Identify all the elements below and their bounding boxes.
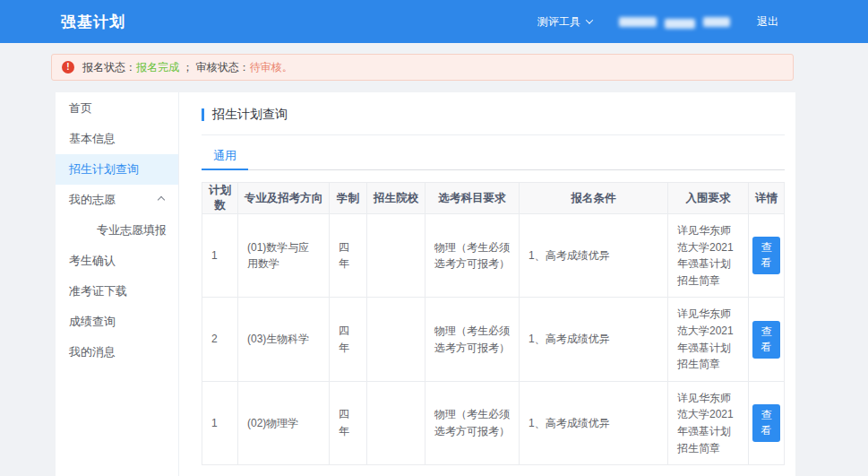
user-name-redacted [619,17,730,27]
cell-duration: 四年 [330,381,367,464]
table-row: 1(01)数学与应用数学四年物理（考生必须选考方可报考）1、高考成绩优异详见华东… [202,214,785,298]
sidebar-item-7[interactable]: 准考证下载 [56,276,178,307]
redacted-block [703,17,730,27]
cell-major: (03)生物科学 [238,298,330,381]
tab-bar: 通用 [202,141,785,170]
sidebar-item-label: 考生确认 [69,253,116,269]
page-title-row: 招生计划查询 [202,107,785,135]
sidebar-menu: 首页基本信息招生计划查询我的志愿专业志愿填报考生确认准考证下载成绩查询我的消息 [56,92,179,476]
signup-status-value: 报名完成 [136,61,179,74]
cell-duration: 四年 [330,214,367,298]
alert-text: 报名状态：报名完成 ； 审核状态：待审核。 [82,60,293,75]
cell-college [367,214,425,298]
cell-shortlist_req: 详见华东师范大学2021年强基计划招生简章 [668,381,749,464]
plan-table: 计划数专业及招考方向学制招生院校选考科目要求报名条件入围要求详情 1(01)数学… [202,182,785,465]
exclamation-circle-icon: ! [62,61,74,74]
sidebar-item-label: 我的志愿 [69,192,116,208]
sidebar-item-9[interactable]: 我的消息 [56,337,178,368]
sidebar-item-8[interactable]: 成绩查询 [56,307,178,337]
column-header: 详情 [749,183,785,214]
sidebar-item-6[interactable]: 考生确认 [56,246,178,276]
view-detail-button[interactable]: 查看 [752,321,780,359]
view-detail-button[interactable]: 查看 [752,237,780,274]
table-row: 1(02)物理学四年物理（考生必须选考方可报考）1、高考成绩优异详见华东师范大学… [202,381,785,464]
topbar-right: 测评工具 退出 [537,14,778,30]
sidebar-item-label: 首页 [69,100,92,117]
content-card: 首页基本信息招生计划查询我的志愿专业志愿填报考生确认准考证下载成绩查询我的消息 … [56,92,795,476]
cell-college [367,381,425,464]
column-header: 入围要求 [668,183,749,214]
cell-major: (01)数学与应用数学 [238,214,330,298]
sidebar-item-3[interactable]: 招生计划查询 [56,154,178,185]
table-body: 1(01)数学与应用数学四年物理（考生必须选考方可报考）1、高考成绩优异详见华东… [202,214,785,465]
cell-action: 查看 [749,298,785,381]
tool-menu[interactable]: 测评工具 [537,14,592,30]
sidebar-item-label: 招生计划查询 [69,161,139,177]
sidebar-item-2[interactable]: 基本信息 [56,124,178,154]
page-title: 招生计划查询 [212,107,288,123]
column-header: 报名条件 [520,183,668,214]
cell-subject_req: 物理（考生必须选考方可报考） [425,214,520,298]
title-accent-bar [202,108,204,121]
table-row: 2(03)生物科学四年物理（考生必须选考方可报考）1、高考成绩优异详见华东师范大… [202,298,785,381]
cell-shortlist_req: 详见华东师范大学2021年强基计划招生简章 [668,298,749,381]
cell-major: (02)物理学 [238,381,330,464]
alert-separator: ； [182,61,193,74]
cell-plan_count: 1 [202,214,238,298]
cell-plan_count: 2 [202,298,238,381]
main-panel: 招生计划查询 通用 计划数专业及招考方向学制招生院校选考科目要求报名条件入围要求… [179,92,795,476]
sidebar-item-label: 基本信息 [69,131,116,147]
cell-college [367,298,425,381]
review-status-value: 待审核。 [250,61,293,74]
cell-apply_cond: 1、高考成绩优异 [520,214,668,298]
sidebar-item-label: 专业志愿填报 [97,222,167,238]
column-header: 招生院校 [367,183,425,214]
app-title: 强基计划 [61,12,125,32]
redacted-block [619,17,657,27]
sidebar-item-label: 我的消息 [69,344,116,360]
column-header: 选考科目要求 [425,183,520,214]
review-status-label: 审核状态： [196,61,250,74]
tool-menu-label: 测评工具 [537,14,580,30]
redacted-block [665,19,695,29]
cell-apply_cond: 1、高考成绩优异 [520,298,668,381]
cell-action: 查看 [749,381,785,464]
cell-duration: 四年 [330,298,367,381]
cell-plan_count: 1 [202,381,238,464]
chevron-down-icon [586,16,593,23]
cell-subject_req: 物理（考生必须选考方可报考） [425,381,520,464]
chevron-up-icon [158,196,165,203]
cell-subject_req: 物理（考生必须选考方可报考） [425,298,520,381]
column-header: 学制 [330,183,367,214]
sidebar-item-1[interactable]: 首页 [56,93,178,124]
cell-shortlist_req: 详见华东师范大学2021年强基计划招生简章 [668,214,749,298]
table-header-row: 计划数专业及招考方向学制招生院校选考科目要求报名条件入围要求详情 [202,183,785,214]
status-alert: ! 报名状态：报名完成 ； 审核状态：待审核。 [51,54,794,81]
signup-status-label: 报名状态： [82,61,136,74]
view-detail-button[interactable]: 查看 [752,404,780,442]
column-header: 计划数 [202,183,238,214]
top-navbar: 强基计划 测评工具 退出 [0,0,868,43]
cell-apply_cond: 1、高考成绩优异 [520,381,668,464]
logout-button[interactable]: 退出 [757,14,778,30]
sidebar-item-label: 成绩查询 [69,314,116,330]
cell-action: 查看 [749,214,785,298]
tab-general[interactable]: 通用 [202,141,248,170]
sidebar-item-label: 准考证下载 [69,283,127,299]
column-header: 专业及招考方向 [238,183,330,214]
sidebar-item-5[interactable]: 专业志愿填报 [56,215,178,246]
sidebar-item-4[interactable]: 我的志愿 [56,185,178,215]
